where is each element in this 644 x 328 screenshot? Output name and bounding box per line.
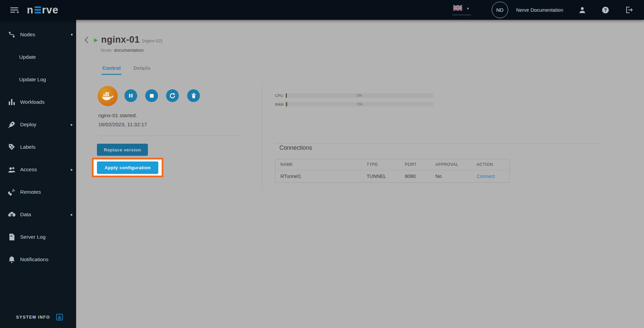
user-name: Nerve Documentation — [516, 7, 563, 13]
menu-toggle-icon[interactable] — [10, 6, 19, 14]
logout-icon[interactable] — [625, 6, 633, 14]
chevron-right-icon: ▸ — [71, 122, 73, 127]
restart-button[interactable] — [166, 89, 179, 102]
uk-flag-icon — [453, 5, 462, 12]
nodes-icon — [8, 31, 16, 39]
sidebar-item-workloads[interactable]: Workloads — [0, 91, 76, 113]
delete-button[interactable] — [187, 89, 200, 102]
user-profile-icon[interactable] — [579, 6, 586, 14]
apply-configuration-button[interactable]: Apply configuration — [97, 161, 158, 174]
sidebar-item-server-log[interactable]: Server Log — [0, 226, 76, 248]
system-info-icon — [56, 314, 63, 321]
bell-icon — [8, 255, 16, 264]
node-label: Node: — [101, 48, 113, 53]
table-header-row: NAME TYPE PORT APPROVAL ACTION — [275, 159, 509, 170]
column-divider — [262, 84, 262, 190]
pause-button[interactable] — [124, 89, 137, 102]
sidebar-item-update-log[interactable]: Update Log — [0, 68, 76, 91]
help-icon[interactable]: ? — [601, 6, 609, 14]
svg-text:?: ? — [604, 7, 607, 13]
table-row: RTunnel1 TUNNEL 8080 No Connect — [275, 170, 509, 182]
col-name: NAME — [280, 162, 367, 167]
logo-text-n: n — [27, 5, 34, 15]
sidebar-item-label: Nodes — [20, 32, 35, 38]
sidebar-item-label: Update — [19, 54, 36, 60]
stop-button[interactable] — [145, 89, 158, 102]
workload-version-badge: [nginx-02] — [143, 38, 162, 43]
cell-name: RTunnel1 — [280, 174, 367, 179]
sidebar-item-label: Update Log — [19, 77, 46, 83]
replace-version-button[interactable]: Replace version — [97, 144, 148, 156]
connections-table: NAME TYPE PORT APPROVAL ACTION RTunnel1 … — [275, 159, 510, 183]
cpu-bar: 0% — [286, 93, 433, 98]
connections-title: Connections — [279, 144, 312, 151]
sidebar-item-labels[interactable]: Labels — [0, 136, 76, 158]
topbar-right: ▾ ND Nerve Documentation ? — [452, 2, 644, 18]
sidebar-item-label: Data — [20, 212, 31, 218]
workload-title: nginx-01 — [101, 35, 140, 45]
chevron-down-icon: ▾ — [467, 6, 469, 11]
sidebar-item-remotes[interactable]: Remotes — [0, 181, 76, 203]
divider — [98, 136, 239, 136]
nerve-app: n rve ▾ — [0, 0, 644, 328]
tab-control[interactable]: Control — [102, 63, 121, 75]
sidebar-item-access[interactable]: Access ▸ — [0, 158, 76, 181]
node-name: documentation — [114, 48, 144, 53]
sidebar-item-label: Access — [20, 167, 37, 173]
chevron-right-icon: ▸ — [71, 167, 73, 172]
nerve-logo: n rve — [27, 5, 58, 15]
workloads-icon — [8, 98, 16, 106]
language-select[interactable]: ▾ — [452, 5, 471, 15]
system-info-button[interactable]: SYSTEM INFO — [0, 314, 76, 321]
tab-details[interactable]: Details — [133, 63, 151, 75]
sidebar-item-label: Deploy — [20, 122, 36, 128]
col-port: PORT — [405, 162, 435, 167]
cpu-label: CPU — [275, 94, 285, 98]
chevron-right-icon: ▸ — [71, 212, 73, 217]
ram-metric: RAM 1% — [275, 102, 433, 106]
tag-icon — [8, 143, 16, 151]
sidebar-item-deploy[interactable]: Deploy ▸ — [0, 113, 76, 136]
sidebar-item-data[interactable]: Data ▸ — [0, 203, 76, 226]
avatar-initials: ND — [496, 7, 503, 13]
remote-icon — [8, 188, 16, 196]
back-button[interactable] — [83, 36, 91, 44]
avatar[interactable]: ND — [492, 2, 508, 18]
tutorial-highlight-box: Apply configuration — [92, 158, 163, 177]
cell-approval: No — [435, 174, 477, 179]
cell-type: TUNNEL — [367, 174, 405, 179]
node-subtitle: Node: documentation — [101, 48, 144, 53]
chevron-down-icon: ▾ — [71, 32, 73, 37]
cpu-value: 0% — [286, 93, 433, 98]
ram-bar: 1% — [286, 102, 433, 106]
logo-text-rve: rve — [42, 5, 59, 15]
col-type: TYPE — [367, 162, 405, 167]
tab-bar: Control Details — [102, 63, 151, 75]
rocket-icon — [8, 121, 16, 129]
cpu-metric: CPU 0% — [275, 93, 433, 98]
connect-link[interactable]: Connect — [477, 174, 509, 179]
docker-icon — [98, 86, 118, 106]
workload-status-timestamp: 16/02/2023, 11:32:17 — [98, 122, 147, 128]
sidebar-item-nodes[interactable]: Nodes ▾ — [0, 23, 76, 46]
sidebar: Nodes ▾ Update Update Log Workloads — [0, 20, 76, 328]
users-icon — [8, 166, 16, 174]
cloud-data-icon — [8, 210, 16, 219]
sidebar-item-label: Workloads — [20, 99, 45, 105]
logo-e-bars-icon — [35, 6, 41, 13]
sidebar-item-label: Notifications — [20, 256, 48, 263]
sidebar-item-update[interactable]: Update — [0, 46, 76, 68]
col-approval: APPROVAL — [435, 162, 477, 167]
divider — [274, 143, 600, 144]
ram-label: RAM — [275, 102, 285, 106]
sidebar-item-label: Server Log — [20, 234, 46, 240]
cell-port: 8080 — [405, 174, 435, 179]
sidebar-item-notifications[interactable]: Notifications — [0, 248, 76, 271]
ram-value: 1% — [286, 102, 433, 106]
workload-status-text: nginx-01 started. — [98, 112, 137, 119]
status-started-icon: ▶ — [94, 37, 98, 43]
col-action: ACTION — [477, 162, 509, 167]
system-info-label: SYSTEM INFO — [16, 315, 50, 320]
main-content: ▶ nginx-01 [nginx-02] Node: documentatio… — [76, 20, 644, 328]
sidebar-item-label: Remotes — [20, 189, 41, 195]
